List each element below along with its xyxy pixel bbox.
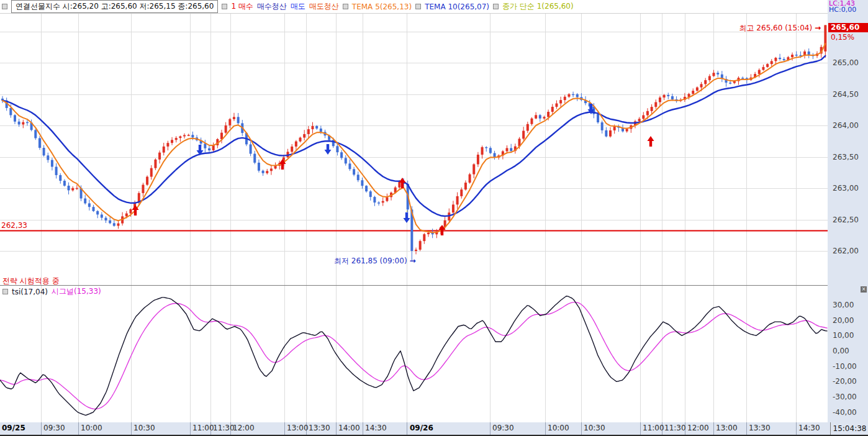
price-tick-label: 264,50 [833, 90, 859, 99]
time-axis-separator [131, 422, 132, 435]
price-tick-label: 263,50 [833, 153, 859, 161]
time-tick-label: 09:30 [43, 424, 65, 432]
time-axis-separator [407, 422, 407, 435]
right-arrow-icon: → [409, 257, 415, 265]
current-price-badge: 265,60 [828, 23, 868, 32]
time-tick-label: 10:30 [133, 424, 155, 432]
time-axis-separator [190, 422, 191, 435]
series-toggle-icon[interactable] [2, 4, 7, 9]
signal-legend-toggle-icon[interactable] [222, 4, 227, 9]
time-tick-label: 14:30 [365, 424, 387, 432]
change-percent: 0,15% [831, 33, 854, 42]
time-tick-label: 13:30 [749, 424, 771, 432]
tema5-legend-label: TEMA 5(265,13) [352, 2, 412, 11]
time-axis-separator [336, 422, 337, 435]
strategy-status-label: 전략 시험적용 중 [2, 276, 60, 286]
price-tick-label: 263,00 [833, 184, 859, 193]
time-axis-separator [490, 422, 491, 435]
tsi-tick-label: -20,00 [833, 377, 857, 386]
time-tick-label: 11:30 [664, 424, 686, 432]
time-axis: 09/2509:3010:0010:3011:0011:3012:0013:00… [0, 422, 868, 435]
tsi-tick-label: -30,00 [833, 393, 857, 401]
tema5-toggle-icon[interactable] [343, 4, 348, 9]
time-tick-label: 09:30 [492, 424, 514, 432]
tsi-tick-label: 30,00 [833, 301, 854, 309]
instrument-summary: 연결선물지수 시:265,20 고:265,60 저:265,15 종:265,… [11, 0, 218, 13]
time-tick-label: 14:00 [338, 424, 360, 432]
legend-buy-exit-label: 매수청산 [257, 1, 287, 12]
close-sma-legend-label: 종가 단순 1(265,60) [502, 1, 574, 12]
price-tick-label: 262,50 [833, 216, 859, 224]
time-tick-label: 11:30 [213, 424, 235, 432]
time-tick-label: 11:00 [643, 424, 664, 432]
trading-chart-window: 연결선물지수 시:265,20 고:265,60 저:265,15 종:265,… [0, 0, 868, 436]
legend-sell-label: 매도 [291, 1, 305, 12]
tsi-tick-label: -40,00 [833, 408, 857, 417]
time-tick-label: 11:00 [192, 424, 214, 432]
time-axis-separator [746, 422, 747, 435]
time-tick-label: 14:30 [798, 424, 820, 432]
time-axis-separator [41, 422, 42, 435]
tema10-legend-label: TEMA 10(265,07) [425, 2, 489, 11]
tsi-signal-label: 시그널(15,33) [52, 286, 101, 297]
date-tick-label: 09/25 [2, 424, 25, 432]
tsi-tick-label: -10,00 [833, 362, 857, 371]
time-tick-label: 13:00 [287, 424, 309, 432]
price-tick-label: 262,00 [833, 247, 859, 255]
tsi-tick-label: 20,00 [833, 316, 854, 325]
time-axis-separator [581, 422, 582, 435]
time-tick-label: 13:00 [716, 424, 738, 432]
right-arrow-icon: → [815, 24, 821, 32]
tsi-toggle-icon[interactable] [2, 289, 8, 294]
hc-readout: HC:0,00 [829, 7, 856, 13]
time-tick-label: 10:00 [81, 424, 102, 432]
session-high-annotation: 최고 265,60 (15:04) → [739, 23, 821, 34]
legend-sell-exit-label: 매도청산 [309, 1, 339, 12]
chart-header: 연결선물지수 시:265,20 고:265,60 저:265,15 종:265,… [0, 0, 828, 14]
time-axis-separator [713, 422, 714, 435]
time-tick-label: 10:30 [584, 424, 605, 432]
time-tick-label: 12:00 [687, 424, 709, 432]
tsi-tick-label: 0,00 [833, 347, 849, 355]
clock-readout: 15:04:38 [830, 422, 868, 435]
tsi-indicator-label: tsi(17,04) [12, 288, 48, 296]
time-axis-separator [78, 422, 79, 435]
time-axis-separator [284, 422, 285, 435]
tsi-tick-label: 10,00 [833, 331, 854, 340]
date-tick-label: 09/26 [410, 424, 433, 432]
time-axis-separator [796, 422, 797, 435]
close-line-toggle-icon[interactable] [493, 4, 499, 9]
price-tick-label: 265,00 [833, 58, 859, 67]
tsi-legend: tsi(17,04) 시그널(15,33) [2, 286, 101, 297]
horizontal-line-price-label: 262,33 [1, 221, 27, 230]
session-low-annotation: 최저 261,85 (09:00) → [334, 256, 415, 266]
time-tick-label: 10:00 [548, 424, 569, 432]
time-axis-separator [363, 422, 363, 435]
tema10-toggle-icon[interactable] [415, 4, 421, 9]
time-axis-separator [640, 422, 641, 435]
price-tick-label: 264,00 [833, 121, 859, 130]
time-tick-label: 12:00 [233, 424, 255, 432]
legend-buy-label: 1 매수 [231, 1, 253, 12]
chart-canvas[interactable] [0, 0, 868, 436]
panel-close-icon[interactable]: × [861, 286, 867, 293]
time-tick-label: 13:30 [309, 424, 330, 432]
time-axis-separator [545, 422, 546, 435]
